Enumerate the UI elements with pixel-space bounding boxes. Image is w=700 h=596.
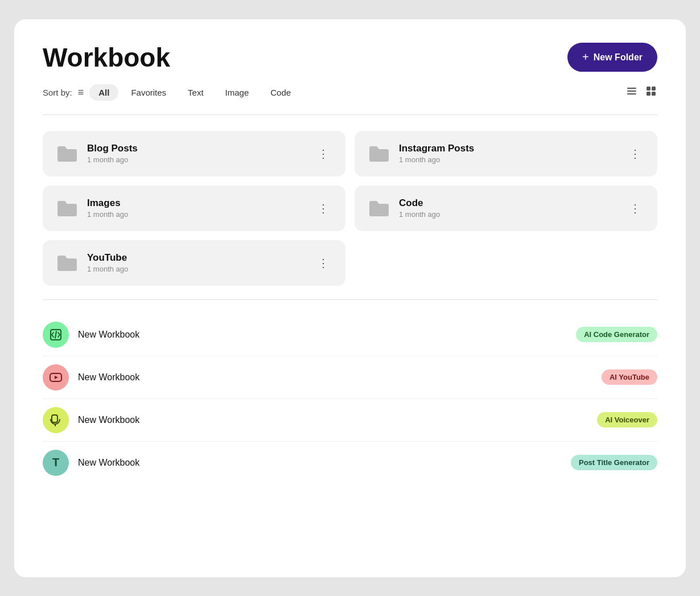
folder-name: Instagram Posts: [399, 143, 617, 154]
folder-youtube: YouTube 1 month ago ⋮: [43, 240, 345, 286]
folders-grid: Blog Posts 1 month ago ⋮ Instagram Posts…: [43, 131, 657, 286]
folder-name: Images: [87, 198, 305, 209]
folder-time: 1 month ago: [87, 155, 305, 164]
list-view-button[interactable]: [625, 85, 638, 100]
workbook-item: T New Workbook Post Title Generator: [43, 442, 657, 484]
folder-code: Code 1 month ago ⋮: [355, 186, 657, 231]
plus-icon: +: [582, 51, 589, 64]
workbook-item: New Workbook AI YouTube: [43, 356, 657, 399]
filter-all[interactable]: All: [89, 84, 118, 101]
svg-rect-1: [627, 91, 636, 92]
folder-icon: [54, 250, 79, 276]
svg-rect-0: [627, 88, 636, 89]
folder-info: Code 1 month ago: [399, 198, 617, 219]
folder-name: Code: [399, 198, 617, 209]
svg-rect-5: [647, 92, 650, 96]
filter-code[interactable]: Code: [261, 84, 300, 101]
folder-info: Blog Posts 1 month ago: [87, 143, 305, 164]
sort-bar: Sort by: ≡ All Favorites Text Image Code: [43, 84, 657, 101]
workbook-icon-title: T: [43, 450, 69, 476]
folder-time: 1 month ago: [87, 210, 305, 219]
svg-rect-6: [652, 92, 656, 96]
workbook-name: New Workbook: [78, 458, 562, 468]
svg-rect-3: [647, 87, 650, 91]
svg-marker-9: [55, 376, 58, 379]
folder-name: Blog Posts: [87, 143, 305, 154]
svg-rect-4: [652, 87, 656, 91]
workbook-badge: AI YouTube: [602, 369, 657, 385]
filter-icon: ≡: [78, 87, 84, 98]
folder-images: Images 1 month ago ⋮: [43, 186, 345, 231]
folder-info: Instagram Posts 1 month ago: [399, 143, 617, 164]
workbook-badge: AI Voiceover: [597, 412, 657, 428]
filter-favorites[interactable]: Favorites: [122, 84, 175, 101]
folder-info: Images 1 month ago: [87, 198, 305, 219]
header: Workbook + New Folder: [43, 42, 657, 73]
workbook-list: New Workbook AI Code Generator New Workb…: [43, 314, 657, 484]
filter-text[interactable]: Text: [179, 84, 213, 101]
folder-instagram-posts: Instagram Posts 1 month ago ⋮: [355, 131, 657, 176]
t-letter: T: [52, 456, 59, 469]
workbook-name: New Workbook: [78, 415, 588, 425]
workbook-icon-voiceover: [43, 407, 69, 433]
folder-more-button[interactable]: ⋮: [625, 199, 646, 217]
new-folder-label: New Folder: [594, 52, 643, 63]
folder-time: 1 month ago: [87, 265, 305, 273]
workbook-item: New Workbook AI Voiceover: [43, 399, 657, 442]
folder-icon: [54, 196, 79, 221]
folder-more-button[interactable]: ⋮: [625, 145, 646, 163]
section-divider: [43, 299, 657, 300]
workbook-name: New Workbook: [78, 330, 567, 340]
workbook-icon-youtube: [43, 364, 69, 391]
app-window: Workbook + New Folder Sort by: ≡ All Fav…: [14, 19, 686, 577]
new-folder-button[interactable]: + New Folder: [567, 43, 657, 72]
folder-time: 1 month ago: [399, 210, 617, 219]
top-divider: [43, 114, 657, 115]
sort-label: Sort by:: [43, 88, 72, 97]
folder-more-button[interactable]: ⋮: [313, 254, 334, 272]
svg-rect-2: [627, 93, 636, 94]
svg-rect-10: [52, 415, 57, 422]
view-controls: [625, 85, 657, 100]
workbook-item: New Workbook AI Code Generator: [43, 314, 657, 356]
folder-icon: [366, 196, 391, 221]
folder-time: 1 month ago: [399, 155, 617, 164]
folder-blog-posts: Blog Posts 1 month ago ⋮: [43, 131, 345, 176]
folder-more-button[interactable]: ⋮: [313, 199, 334, 217]
workbook-name: New Workbook: [78, 372, 592, 383]
page-title: Workbook: [43, 42, 170, 73]
workbook-badge: AI Code Generator: [576, 327, 657, 342]
folder-icon: [54, 141, 79, 166]
grid-view-button[interactable]: [645, 85, 657, 100]
workbook-badge: Post Title Generator: [571, 455, 657, 470]
folder-name: YouTube: [87, 252, 305, 264]
folder-more-button[interactable]: ⋮: [313, 145, 334, 163]
folder-icon: [366, 141, 391, 166]
workbook-icon-code: [43, 322, 69, 348]
filter-image[interactable]: Image: [216, 84, 258, 101]
folder-info: YouTube 1 month ago: [87, 252, 305, 273]
